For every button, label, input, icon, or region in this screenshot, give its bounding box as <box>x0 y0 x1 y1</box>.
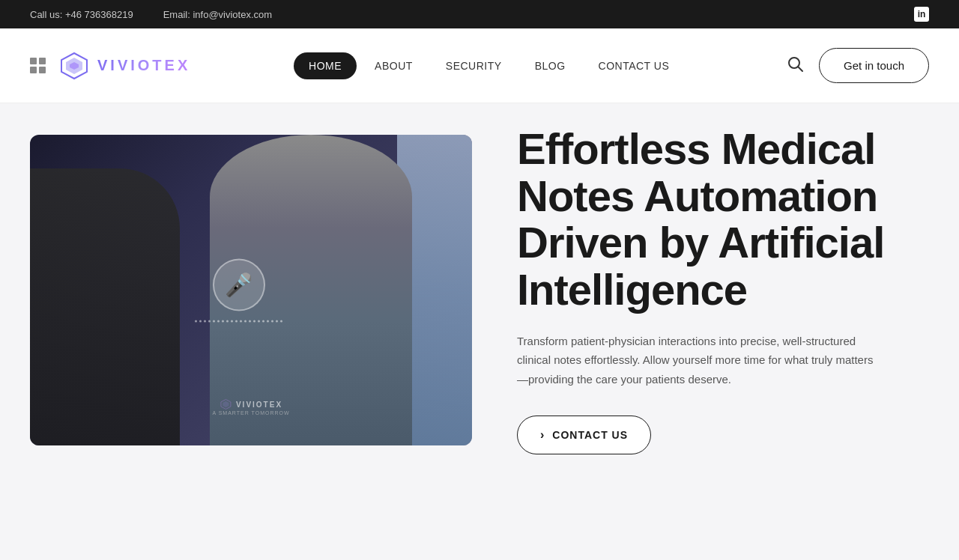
logo-mark <box>58 50 90 82</box>
hero-section: 🎤 VIVIO <box>0 103 959 477</box>
nav-item-contact[interactable]: CONTACT US <box>584 52 685 79</box>
watermark-brand: VIVIOTEX <box>236 401 282 409</box>
waveform <box>195 320 282 322</box>
logo-text: VIVIOTEX <box>97 57 190 74</box>
svg-marker-6 <box>223 401 229 407</box>
hero-subtitle: Transform patient-physician interactions… <box>517 332 877 389</box>
mic-icon-container: 🎤 <box>195 258 282 322</box>
watermark-tagline: A SMARTER TOMORROW <box>212 410 289 416</box>
hero-title: Effortless Medical Notes Automation Driv… <box>517 126 929 314</box>
person-left-silhouette <box>30 168 180 445</box>
get-in-touch-button[interactable]: Get in touch <box>819 48 929 83</box>
header: VIVIOTEX HOME ABOUT SECURITY BLOG CONTAC… <box>0 28 959 103</box>
logo[interactable]: VIVIOTEX <box>58 50 190 82</box>
nav-item-blog[interactable]: BLOG <box>520 52 581 79</box>
grid-icon[interactable] <box>30 58 46 74</box>
contact-us-button[interactable]: › CONTACT US <box>517 416 651 454</box>
search-icon[interactable] <box>787 56 804 76</box>
top-bar-social[interactable]: in <box>914 7 929 22</box>
nav-item-security[interactable]: SECURITY <box>431 52 517 79</box>
top-bar-contact-info: Call us: +46 736368219 Email: info@vivio… <box>30 9 272 20</box>
nav-item-home[interactable]: HOME <box>294 52 357 79</box>
microphone-icon: 🎤 <box>225 272 252 298</box>
mic-circle: 🎤 <box>213 258 265 311</box>
email-info: Email: info@viviotex.com <box>163 9 272 20</box>
header-right: Get in touch <box>787 48 929 83</box>
nav-item-about[interactable]: ABOUT <box>360 52 428 79</box>
hero-image: 🎤 VIVIO <box>30 135 472 445</box>
hero-image-background: 🎤 VIVIO <box>30 135 472 445</box>
hero-content: Effortless Medical Notes Automation Driv… <box>472 126 929 454</box>
contact-btn-arrow-icon: › <box>540 428 545 442</box>
top-bar: Call us: +46 736368219 Email: info@vivio… <box>0 0 959 28</box>
main-nav: HOME ABOUT SECURITY BLOG CONTACT US <box>294 52 684 79</box>
contact-btn-label: CONTACT US <box>552 429 628 441</box>
svg-line-4 <box>798 67 802 71</box>
phone-info: Call us: +46 736368219 <box>30 9 133 20</box>
image-watermark: VIVIOTEX A SMARTER TOMORROW <box>212 398 289 416</box>
header-left: VIVIOTEX <box>30 50 190 82</box>
linkedin-icon[interactable]: in <box>914 7 929 22</box>
